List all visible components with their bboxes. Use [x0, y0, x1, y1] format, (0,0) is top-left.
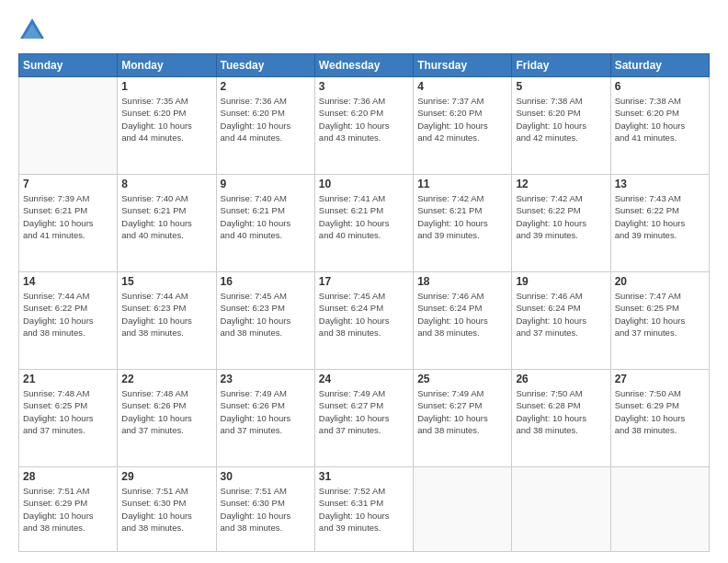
calendar-week-1: 7Sunrise: 7:39 AM Sunset: 6:21 PM Daylig…	[19, 175, 710, 272]
calendar-cell: 24Sunrise: 7:49 AM Sunset: 6:27 PM Dayli…	[314, 370, 413, 467]
day-info: Sunrise: 7:38 AM Sunset: 6:20 PM Dayligh…	[516, 95, 606, 144]
calendar-cell: 5Sunrise: 7:38 AM Sunset: 6:20 PM Daylig…	[512, 77, 610, 175]
calendar-header-friday: Friday	[512, 54, 610, 77]
day-number: 11	[417, 178, 507, 190]
day-number: 19	[516, 275, 606, 288]
day-number: 9	[221, 178, 311, 190]
calendar-cell: 1Sunrise: 7:35 AM Sunset: 6:20 PM Daylig…	[118, 77, 216, 175]
day-number: 1	[121, 80, 211, 93]
day-info: Sunrise: 7:43 AM Sunset: 6:22 PM Dayligh…	[615, 192, 705, 241]
calendar-cell: 8Sunrise: 7:40 AM Sunset: 6:21 PM Daylig…	[118, 175, 216, 272]
calendar-cell: 22Sunrise: 7:48 AM Sunset: 6:26 PM Dayli…	[118, 370, 216, 467]
calendar-header-tuesday: Tuesday	[216, 54, 314, 77]
day-number: 28	[23, 470, 113, 483]
calendar-cell: 28Sunrise: 7:51 AM Sunset: 6:29 PM Dayli…	[19, 467, 118, 552]
calendar-cell: 12Sunrise: 7:42 AM Sunset: 6:22 PM Dayli…	[512, 175, 610, 272]
calendar-cell: 29Sunrise: 7:51 AM Sunset: 6:30 PM Dayli…	[118, 467, 216, 552]
calendar-cell: 16Sunrise: 7:45 AM Sunset: 6:23 PM Dayli…	[216, 272, 314, 370]
day-info: Sunrise: 7:51 AM Sunset: 6:30 PM Dayligh…	[221, 485, 311, 534]
day-number: 23	[221, 373, 311, 385]
calendar-cell: 10Sunrise: 7:41 AM Sunset: 6:21 PM Dayli…	[314, 175, 413, 272]
day-number: 31	[319, 470, 409, 483]
day-number: 16	[221, 275, 311, 288]
day-info: Sunrise: 7:36 AM Sunset: 6:20 PM Dayligh…	[221, 95, 311, 144]
calendar-cell: 15Sunrise: 7:44 AM Sunset: 6:23 PM Dayli…	[118, 272, 216, 370]
day-info: Sunrise: 7:44 AM Sunset: 6:22 PM Dayligh…	[23, 290, 113, 339]
calendar-cell: 31Sunrise: 7:52 AM Sunset: 6:31 PM Dayli…	[314, 467, 413, 552]
calendar-header-monday: Monday	[118, 54, 216, 77]
day-number: 22	[121, 373, 211, 385]
calendar-cell: 13Sunrise: 7:43 AM Sunset: 6:22 PM Dayli…	[610, 175, 709, 272]
calendar-cell	[512, 467, 610, 552]
day-info: Sunrise: 7:50 AM Sunset: 6:29 PM Dayligh…	[615, 387, 705, 436]
day-info: Sunrise: 7:38 AM Sunset: 6:20 PM Dayligh…	[615, 95, 705, 144]
calendar-table: SundayMondayTuesdayWednesdayThursdayFrid…	[18, 53, 710, 552]
calendar-cell: 2Sunrise: 7:36 AM Sunset: 6:20 PM Daylig…	[216, 77, 314, 175]
day-number: 12	[516, 178, 606, 190]
calendar-cell: 25Sunrise: 7:49 AM Sunset: 6:27 PM Dayli…	[414, 370, 512, 467]
day-number: 20	[615, 275, 705, 288]
day-number: 5	[516, 80, 606, 93]
day-number: 2	[221, 80, 311, 93]
day-info: Sunrise: 7:42 AM Sunset: 6:22 PM Dayligh…	[516, 192, 606, 241]
calendar-header-sunday: Sunday	[19, 54, 118, 77]
calendar-cell: 4Sunrise: 7:37 AM Sunset: 6:20 PM Daylig…	[414, 77, 512, 175]
calendar-header-row: SundayMondayTuesdayWednesdayThursdayFrid…	[19, 54, 710, 77]
day-number: 15	[121, 275, 211, 288]
day-number: 30	[221, 470, 311, 483]
day-number: 21	[23, 373, 113, 385]
calendar-cell	[19, 77, 118, 175]
day-info: Sunrise: 7:48 AM Sunset: 6:26 PM Dayligh…	[121, 387, 211, 436]
header	[18, 17, 710, 44]
day-number: 3	[319, 80, 409, 93]
calendar-cell: 9Sunrise: 7:40 AM Sunset: 6:21 PM Daylig…	[216, 175, 314, 272]
calendar-cell: 27Sunrise: 7:50 AM Sunset: 6:29 PM Dayli…	[610, 370, 709, 467]
calendar-week-3: 21Sunrise: 7:48 AM Sunset: 6:25 PM Dayli…	[19, 370, 710, 467]
calendar-cell	[610, 467, 709, 552]
day-number: 4	[417, 80, 507, 93]
calendar-header-thursday: Thursday	[414, 54, 512, 77]
day-info: Sunrise: 7:46 AM Sunset: 6:24 PM Dayligh…	[516, 290, 606, 339]
day-info: Sunrise: 7:48 AM Sunset: 6:25 PM Dayligh…	[23, 387, 113, 436]
logo-icon	[18, 17, 46, 44]
calendar-cell: 14Sunrise: 7:44 AM Sunset: 6:22 PM Dayli…	[19, 272, 118, 370]
calendar-cell: 17Sunrise: 7:45 AM Sunset: 6:24 PM Dayli…	[314, 272, 413, 370]
calendar-cell: 23Sunrise: 7:49 AM Sunset: 6:26 PM Dayli…	[216, 370, 314, 467]
calendar-header-saturday: Saturday	[610, 54, 709, 77]
day-number: 25	[417, 373, 507, 385]
day-info: Sunrise: 7:37 AM Sunset: 6:20 PM Dayligh…	[417, 95, 507, 144]
calendar-cell: 30Sunrise: 7:51 AM Sunset: 6:30 PM Dayli…	[216, 467, 314, 552]
day-info: Sunrise: 7:45 AM Sunset: 6:23 PM Dayligh…	[221, 290, 311, 339]
day-number: 26	[516, 373, 606, 385]
calendar-cell: 7Sunrise: 7:39 AM Sunset: 6:21 PM Daylig…	[19, 175, 118, 272]
calendar-week-0: 1Sunrise: 7:35 AM Sunset: 6:20 PM Daylig…	[19, 77, 710, 175]
day-info: Sunrise: 7:42 AM Sunset: 6:21 PM Dayligh…	[417, 192, 507, 241]
day-info: Sunrise: 7:40 AM Sunset: 6:21 PM Dayligh…	[221, 192, 311, 241]
day-info: Sunrise: 7:39 AM Sunset: 6:21 PM Dayligh…	[23, 192, 113, 241]
day-number: 29	[121, 470, 211, 483]
calendar-cell: 18Sunrise: 7:46 AM Sunset: 6:24 PM Dayli…	[414, 272, 512, 370]
day-info: Sunrise: 7:40 AM Sunset: 6:21 PM Dayligh…	[121, 192, 211, 241]
day-info: Sunrise: 7:44 AM Sunset: 6:23 PM Dayligh…	[121, 290, 211, 339]
day-number: 24	[319, 373, 409, 385]
day-number: 7	[23, 178, 113, 190]
day-info: Sunrise: 7:41 AM Sunset: 6:21 PM Dayligh…	[319, 192, 409, 241]
day-info: Sunrise: 7:46 AM Sunset: 6:24 PM Dayligh…	[417, 290, 507, 339]
page: SundayMondayTuesdayWednesdayThursdayFrid…	[0, 0, 728, 563]
day-info: Sunrise: 7:36 AM Sunset: 6:20 PM Dayligh…	[319, 95, 409, 144]
day-number: 10	[319, 178, 409, 190]
day-info: Sunrise: 7:50 AM Sunset: 6:28 PM Dayligh…	[516, 387, 606, 436]
calendar-cell: 26Sunrise: 7:50 AM Sunset: 6:28 PM Dayli…	[512, 370, 610, 467]
day-info: Sunrise: 7:51 AM Sunset: 6:29 PM Dayligh…	[23, 485, 113, 534]
calendar-cell: 21Sunrise: 7:48 AM Sunset: 6:25 PM Dayli…	[19, 370, 118, 467]
day-info: Sunrise: 7:52 AM Sunset: 6:31 PM Dayligh…	[319, 485, 409, 534]
calendar-week-4: 28Sunrise: 7:51 AM Sunset: 6:29 PM Dayli…	[19, 467, 710, 552]
day-info: Sunrise: 7:49 AM Sunset: 6:27 PM Dayligh…	[417, 387, 507, 436]
calendar-cell: 19Sunrise: 7:46 AM Sunset: 6:24 PM Dayli…	[512, 272, 610, 370]
logo	[18, 17, 48, 44]
day-info: Sunrise: 7:47 AM Sunset: 6:25 PM Dayligh…	[615, 290, 705, 339]
day-info: Sunrise: 7:51 AM Sunset: 6:30 PM Dayligh…	[121, 485, 211, 534]
day-number: 27	[615, 373, 705, 385]
calendar-cell: 6Sunrise: 7:38 AM Sunset: 6:20 PM Daylig…	[610, 77, 709, 175]
day-number: 13	[615, 178, 705, 190]
